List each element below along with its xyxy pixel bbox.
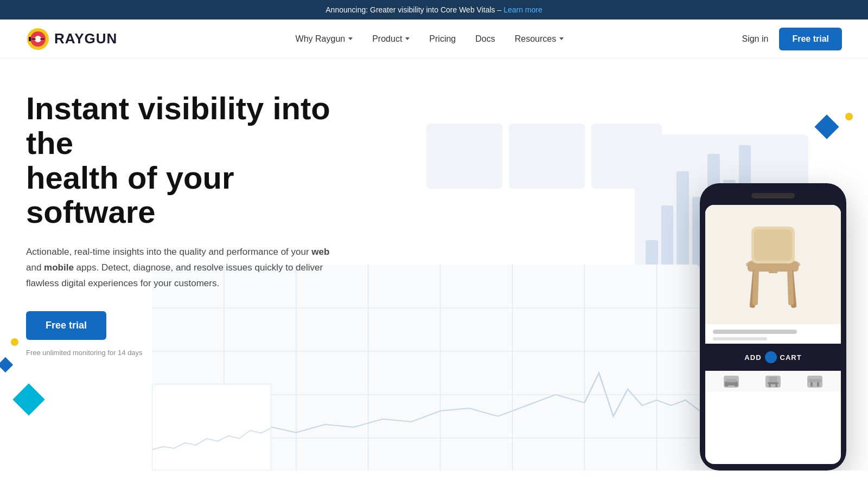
add-to-cart-text-after: CART bbox=[780, 353, 802, 362]
main-nav: Why Raygun Product Pricing Docs bbox=[288, 30, 572, 48]
dot-yellow-top-icon bbox=[845, 113, 853, 120]
nav-why-raygun[interactable]: Why Raygun bbox=[288, 30, 361, 48]
phone-bottom-nav bbox=[705, 371, 841, 392]
phone-mockup: ADD CART bbox=[700, 183, 846, 471]
svg-rect-28 bbox=[725, 384, 728, 387]
bg-card-1 bbox=[426, 124, 502, 189]
add-to-cart-dot-icon bbox=[765, 351, 777, 363]
phone-title-bar bbox=[713, 330, 797, 334]
svg-rect-31 bbox=[768, 382, 778, 384]
free-trial-header-btn[interactable]: Free trial bbox=[779, 28, 842, 50]
hero-section: Instant visibility into the health of yo… bbox=[0, 59, 868, 471]
nav-product[interactable]: Product bbox=[365, 30, 417, 48]
logo[interactable]: RAYGUN bbox=[26, 27, 117, 51]
svg-rect-5 bbox=[29, 37, 31, 41]
diamond-cyan-left-icon bbox=[12, 383, 44, 415]
header-actions: Sign in Free trial bbox=[742, 28, 842, 50]
announcement-link[interactable]: Learn more bbox=[503, 5, 542, 14]
chevron-down-icon bbox=[405, 37, 410, 40]
nav-docs[interactable]: Docs bbox=[468, 30, 502, 48]
announcement-text: Announcing: Greater visibility into Core… bbox=[326, 5, 501, 14]
phone-screen: ADD CART bbox=[705, 205, 841, 464]
chart-small-preview bbox=[152, 384, 271, 471]
sign-in-link[interactable]: Sign in bbox=[742, 34, 768, 44]
chair-icon bbox=[738, 216, 808, 313]
hero-cta-note: Free unlimited monitoring for 14 days bbox=[26, 349, 362, 357]
bg-card-2 bbox=[509, 124, 585, 189]
logo-text: RAYGUN bbox=[54, 30, 117, 47]
phone-nav-icon-chair[interactable] bbox=[765, 376, 781, 388]
logo-icon bbox=[26, 27, 50, 51]
svg-rect-20 bbox=[754, 229, 792, 261]
header: RAYGUN Why Raygun Product Pricing bbox=[0, 20, 868, 59]
hero-subtitle: Actionable, real-time insights into the … bbox=[26, 244, 341, 292]
phone-nav-icon-table[interactable] bbox=[807, 376, 822, 388]
hero-content: Instant visibility into the health of yo… bbox=[26, 91, 362, 357]
svg-rect-3 bbox=[31, 38, 36, 40]
diamond-blue-left-icon bbox=[0, 357, 13, 372]
hero-title: Instant visibility into the health of yo… bbox=[26, 91, 362, 229]
svg-rect-32 bbox=[769, 384, 771, 387]
svg-rect-33 bbox=[775, 384, 777, 387]
phone-product-image bbox=[705, 205, 841, 324]
diamond-blue-top-icon bbox=[814, 114, 839, 139]
announcement-bar: Announcing: Greater visibility into Core… bbox=[0, 0, 868, 20]
svg-rect-21 bbox=[769, 263, 777, 273]
nav-pricing[interactable]: Pricing bbox=[422, 30, 463, 48]
svg-rect-29 bbox=[735, 384, 738, 387]
phone-nav-icon-sofa[interactable] bbox=[724, 376, 739, 388]
dot-yellow-left-icon bbox=[11, 338, 18, 346]
chevron-down-icon bbox=[348, 37, 353, 40]
bg-card-3 bbox=[591, 124, 662, 189]
svg-rect-4 bbox=[40, 38, 44, 40]
small-chart-svg bbox=[152, 384, 271, 471]
hero-cta-button[interactable]: Free trial bbox=[26, 311, 106, 340]
svg-rect-35 bbox=[810, 382, 813, 387]
phone-subtitle-bar bbox=[713, 337, 767, 340]
svg-rect-34 bbox=[808, 379, 821, 382]
phone-product-info bbox=[705, 324, 841, 344]
svg-rect-36 bbox=[817, 382, 819, 387]
phone-add-to-cart-button[interactable]: ADD CART bbox=[705, 344, 841, 371]
nav-resources[interactable]: Resources bbox=[507, 30, 571, 48]
phone-notch bbox=[751, 193, 795, 198]
add-to-cart-text-before: ADD bbox=[744, 353, 761, 362]
svg-rect-27 bbox=[726, 379, 737, 382]
chevron-down-icon bbox=[559, 37, 564, 40]
